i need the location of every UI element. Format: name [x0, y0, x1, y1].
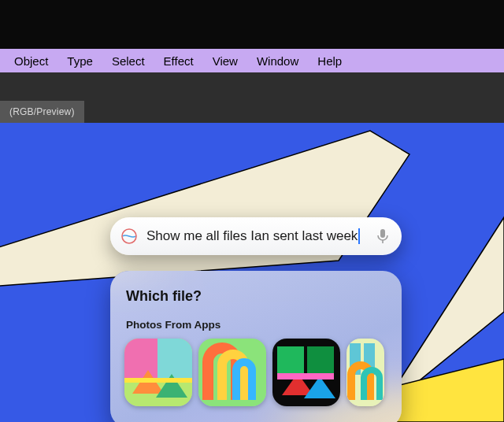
- svg-rect-9: [158, 339, 192, 378]
- title-bar: [0, 0, 504, 49]
- thumbnail-2[interactable]: [198, 339, 266, 406]
- menu-object[interactable]: Object: [5, 54, 57, 68]
- svg-rect-13: [277, 346, 304, 373]
- svg-rect-10: [124, 378, 192, 383]
- menu-view[interactable]: View: [203, 54, 247, 68]
- siri-icon: [121, 228, 137, 244]
- svg-rect-15: [277, 373, 334, 379]
- document-tab-row: (RGB/Preview): [0, 101, 504, 123]
- results-heading: Which file?: [126, 288, 387, 305]
- thumbnail-3[interactable]: [272, 339, 340, 406]
- document-tab[interactable]: (RGB/Preview): [0, 101, 84, 123]
- results-section-label: Photos From Apps: [126, 319, 387, 331]
- search-query-text: Show me all files Ian sent last week: [146, 228, 367, 245]
- menu-help[interactable]: Help: [308, 54, 351, 68]
- microphone-icon[interactable]: [376, 228, 389, 244]
- thumbnail-row: [124, 339, 387, 406]
- menu-type[interactable]: Type: [57, 54, 102, 68]
- menu-bar: Object Type Select Effect View Window He…: [0, 49, 504, 72]
- search-bar[interactable]: Show me all files Ian sent last week: [110, 217, 402, 255]
- spotlight-panel: Show me all files Ian sent last week Whi…: [110, 217, 402, 422]
- menu-effect[interactable]: Effect: [154, 54, 203, 68]
- menu-window[interactable]: Window: [247, 54, 308, 68]
- thumbnail-1[interactable]: [124, 339, 192, 406]
- results-card: Which file? Photos From Apps: [110, 271, 402, 422]
- search-query-value: Show me all files Ian sent last week: [146, 228, 358, 243]
- svg-rect-14: [307, 346, 334, 373]
- options-bar: [0, 72, 504, 101]
- menu-select[interactable]: Select: [102, 54, 154, 68]
- thumbnail-4[interactable]: [346, 339, 384, 406]
- svg-rect-8: [124, 339, 158, 378]
- text-caret: [358, 228, 360, 244]
- svg-rect-5: [380, 229, 385, 238]
